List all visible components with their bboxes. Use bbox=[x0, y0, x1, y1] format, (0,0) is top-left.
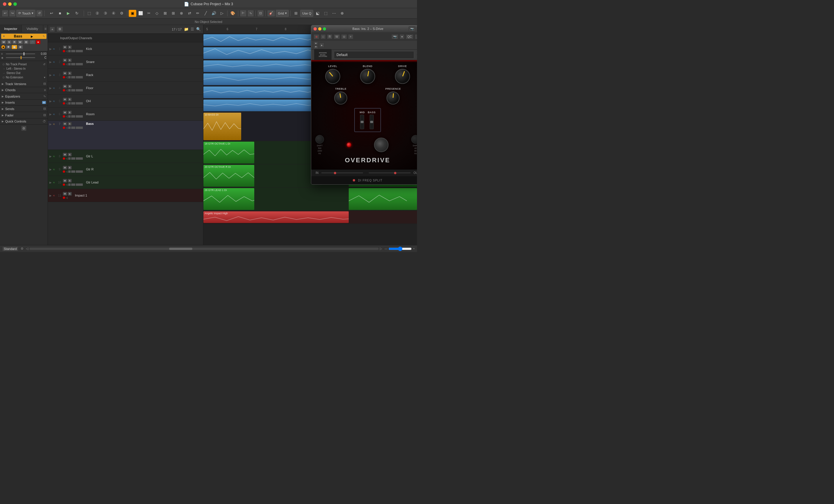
track-expand-icon[interactable]: ▶ bbox=[48, 99, 53, 103]
plugin-bypass-button[interactable]: ⊗ bbox=[313, 34, 320, 39]
level-knob[interactable] bbox=[325, 69, 340, 84]
instrument-button[interactable]: 🎸 bbox=[267, 10, 275, 17]
history-button[interactable]: ↺ bbox=[36, 10, 43, 17]
gtrr-clip[interactable]: 20 GTR OCTAVE R DI bbox=[203, 165, 254, 187]
track-settings-button[interactable]: ⚙ bbox=[57, 26, 63, 32]
select-tool-button[interactable]: ▣ bbox=[129, 10, 136, 17]
mute-btn[interactable]: M bbox=[63, 97, 67, 101]
mute-btn[interactable]: M bbox=[63, 45, 67, 49]
track-expand-icon[interactable]: ▶ bbox=[48, 181, 53, 184]
plugin-close-button[interactable] bbox=[313, 27, 317, 30]
mute-btn[interactable]: M bbox=[63, 179, 67, 183]
treble-knob[interactable] bbox=[334, 91, 347, 105]
settings-icon[interactable]: ⚙ bbox=[21, 247, 24, 251]
snap-button[interactable]: ⊡ bbox=[257, 10, 264, 17]
track-color-button[interactable]: ▣ bbox=[12, 45, 17, 49]
more-button[interactable]: ⋯ bbox=[330, 10, 338, 17]
solo-btn[interactable]: S bbox=[68, 85, 72, 88]
equalizers-header[interactable]: ▶ Equalizers ∿ bbox=[0, 93, 48, 99]
mute-btn[interactable]: M bbox=[63, 166, 67, 169]
bass-fader[interactable] bbox=[370, 115, 374, 129]
track-search-icon[interactable]: 🔍 bbox=[196, 26, 201, 32]
shift-left-knob[interactable] bbox=[315, 135, 324, 144]
io-input-slider[interactable] bbox=[322, 173, 363, 173]
tab-inspector[interactable]: Inspector bbox=[0, 25, 22, 32]
solo-btn[interactable]: S bbox=[68, 122, 72, 126]
presence-knob[interactable] bbox=[387, 91, 399, 105]
solo-btn[interactable]: S bbox=[68, 59, 72, 62]
track-versions-header[interactable]: ▶ Track Versions ⊟ bbox=[0, 81, 48, 87]
solo-btn[interactable]: S bbox=[68, 179, 72, 183]
coloring-button[interactable]: 🎨 bbox=[229, 10, 237, 17]
track-name-arrow[interactable]: ▶ bbox=[31, 35, 33, 38]
scroll-left-icon[interactable]: ◁ bbox=[26, 247, 28, 251]
mid-fader[interactable] bbox=[360, 115, 364, 129]
range-select-button[interactable]: ⬜ bbox=[137, 10, 145, 17]
mute-btn[interactable]: M bbox=[63, 153, 67, 157]
format-select[interactable]: Standard bbox=[2, 247, 18, 251]
cycle-button[interactable]: ↻ bbox=[73, 10, 81, 17]
solo-btn[interactable]: S bbox=[68, 153, 72, 157]
track-freeze-button[interactable]: ❄ bbox=[6, 45, 11, 49]
track-expand-icon[interactable]: ▶ bbox=[48, 122, 53, 126]
plugin-dropdown-button[interactable]: ▾ bbox=[399, 34, 404, 39]
track-expand-icon[interactable]: ▶ bbox=[48, 168, 53, 171]
nudge-button[interactable]: ⊢ bbox=[240, 10, 247, 17]
power-led-circle[interactable] bbox=[347, 142, 351, 147]
chords-header[interactable]: ▶ Chords ≡ bbox=[0, 87, 48, 93]
step-button[interactable]: ▷ bbox=[218, 10, 226, 17]
paint-tool-button[interactable]: ✏ bbox=[194, 10, 201, 17]
track-list-icon[interactable]: ☰ bbox=[190, 26, 195, 32]
solo-btn[interactable]: S bbox=[68, 111, 72, 114]
track-expand-icon[interactable]: ▶ bbox=[48, 47, 53, 50]
speaker-button[interactable]: 🔊 bbox=[210, 10, 218, 17]
tool-3-button[interactable]: ③ bbox=[102, 10, 109, 17]
volume-slider[interactable] bbox=[6, 53, 35, 54]
shift-right-knob[interactable] bbox=[411, 135, 417, 144]
sends-header[interactable]: ▶ Sends ⊟ bbox=[0, 106, 48, 112]
gtrlead-clip-2[interactable] bbox=[349, 188, 417, 210]
split-tool-button[interactable]: ✂ bbox=[145, 10, 153, 17]
track-expand-icon[interactable]: ▶ bbox=[48, 87, 53, 90]
fullscreen-button[interactable] bbox=[13, 2, 17, 6]
inserts-header[interactable]: ▶ Inserts e bbox=[0, 99, 48, 106]
track-expand-icon[interactable]: ▶ bbox=[48, 61, 53, 64]
track-solo-button[interactable]: S bbox=[7, 40, 12, 44]
plugin-qc-button[interactable]: QC bbox=[406, 34, 414, 39]
solo-btn[interactable]: S bbox=[68, 45, 72, 49]
use-q-select[interactable]: Use Q bbox=[300, 10, 313, 17]
mute-btn[interactable]: M bbox=[63, 71, 67, 75]
solo-btn[interactable]: S bbox=[68, 192, 72, 196]
channel-settings-button[interactable]: ⬕ bbox=[314, 10, 322, 17]
mute-btn[interactable]: M bbox=[63, 192, 67, 196]
tool-2-button[interactable]: ② bbox=[93, 10, 101, 17]
drive-knob[interactable] bbox=[395, 69, 410, 84]
preset-down-button[interactable]: ▼ bbox=[416, 55, 417, 59]
solo-btn[interactable]: S bbox=[68, 71, 72, 75]
horizontal-scrollbar[interactable] bbox=[29, 248, 379, 250]
tool-4-button[interactable]: ④ bbox=[110, 10, 117, 17]
preset-up-button[interactable]: ▲ bbox=[416, 51, 417, 54]
quantize-icon[interactable]: ⊞ bbox=[292, 10, 300, 17]
track-expand-icon[interactable]: ▶ bbox=[48, 155, 53, 158]
track-write-button[interactable]: W bbox=[18, 40, 23, 44]
add-track-button[interactable]: + bbox=[50, 27, 55, 32]
undo-button[interactable]: ↩ bbox=[2, 10, 8, 17]
track-expand-icon[interactable]: ▶ bbox=[48, 113, 53, 116]
track-lanes-button[interactable]: ⊟ bbox=[24, 40, 29, 44]
main-bottom-knob[interactable] bbox=[374, 138, 389, 152]
minimize-button[interactable] bbox=[8, 2, 12, 6]
track-record-button[interactable]: ● bbox=[36, 40, 40, 44]
inspector-menu-icon[interactable]: ≡ bbox=[44, 27, 46, 31]
time-stretch-button[interactable]: ⇄ bbox=[186, 10, 193, 17]
track-expand-icon[interactable]: ▶ bbox=[48, 194, 53, 197]
gtrlead-clip[interactable]: 28 GTR LEAD 1 DI bbox=[203, 188, 254, 210]
glue-tool-button[interactable]: ◇ bbox=[153, 10, 161, 17]
plugin-pin-button[interactable]: 📌 bbox=[415, 34, 417, 39]
track-mute-button[interactable]: M bbox=[1, 40, 6, 44]
fader-header[interactable]: ▶ Fader ⊟ bbox=[0, 112, 48, 118]
track-folder-icon[interactable]: 📁 bbox=[183, 26, 189, 32]
undo-transport-button[interactable]: ↩ bbox=[48, 10, 55, 17]
blend-knob[interactable] bbox=[360, 69, 375, 84]
plugin-minimize-button[interactable] bbox=[318, 27, 322, 30]
